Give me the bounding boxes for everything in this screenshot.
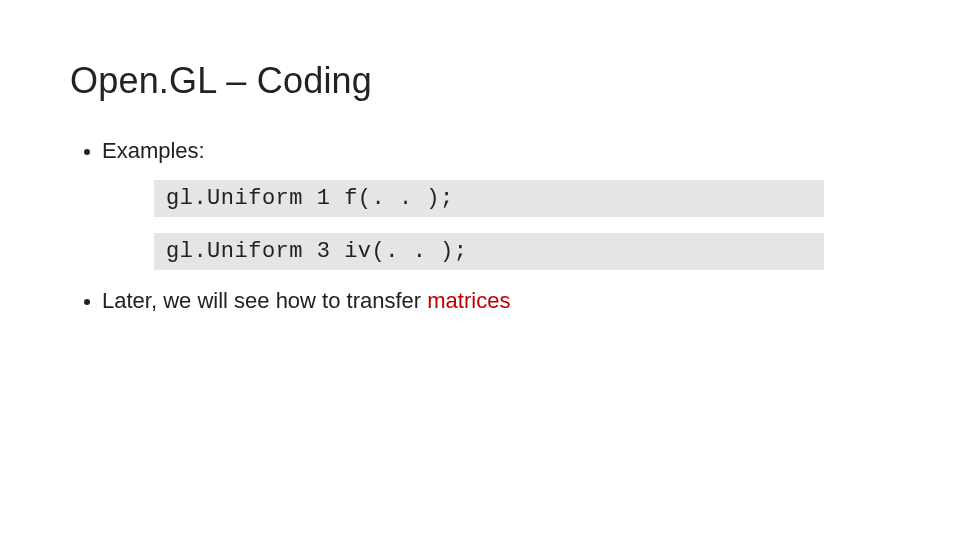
- bullet-dot-icon: [84, 299, 90, 305]
- code-block-2: gl.Uniform 3 iv(. . );: [154, 233, 824, 270]
- code-block-1: gl.Uniform 1 f(. . );: [154, 180, 824, 217]
- bullet-dot-icon: [84, 149, 90, 155]
- slide-title: Open.GL – Coding: [70, 60, 890, 102]
- bullet-later-accent: matrices: [427, 288, 510, 313]
- bullet-later-prefix: Later, we will see how to transfer: [102, 288, 427, 313]
- bullet-later: Later, we will see how to transfer matri…: [84, 286, 890, 316]
- bullet-examples-text: Examples:: [102, 136, 205, 166]
- bullet-examples: Examples:: [84, 136, 890, 166]
- bullet-later-text: Later, we will see how to transfer matri…: [102, 286, 510, 316]
- slide: Open.GL – Coding Examples: gl.Uniform 1 …: [0, 0, 960, 540]
